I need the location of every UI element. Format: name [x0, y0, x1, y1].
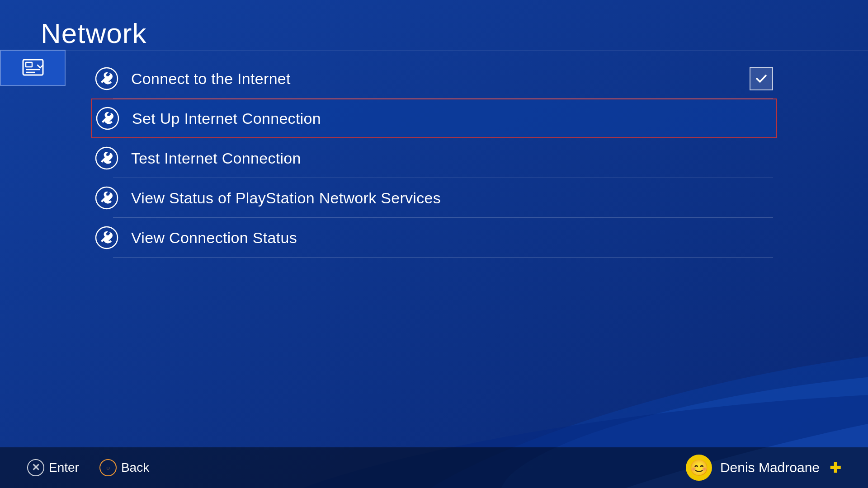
svg-rect-6	[26, 62, 32, 67]
bottom-controls: ✕ Enter ○ Back	[27, 459, 149, 476]
menu-item-setup-internet-label: Set Up Internet Connection	[132, 110, 321, 127]
enter-label: Enter	[49, 460, 79, 475]
wrench-icon-3	[95, 186, 118, 210]
menu-item-connection-status[interactable]: View Connection Status	[95, 218, 773, 258]
back-control: ○ Back	[99, 459, 149, 476]
o-button[interactable]: ○	[99, 459, 117, 476]
screenshot-icon	[0, 50, 66, 86]
menu-item-setup-internet[interactable]: Set Up Internet Connection	[91, 99, 777, 138]
menu-item-psn-status-label: View Status of PlayStation Network Servi…	[131, 189, 441, 207]
divider-4	[113, 257, 773, 258]
wrench-icon-1	[96, 107, 119, 130]
menu-item-connect-internet[interactable]: Connect to the Internet	[95, 59, 773, 99]
enter-control: ✕ Enter	[27, 459, 79, 476]
menu-item-test-internet[interactable]: Test Internet Connection	[95, 138, 773, 178]
user-info: 😊 Denis Madroane ✚	[686, 455, 841, 481]
menu-item-connect-internet-label: Connect to the Internet	[131, 70, 291, 88]
bottom-bar: ✕ Enter ○ Back 😊 Denis Madroane ✚	[0, 447, 868, 488]
plus-membership-icon: ✚	[830, 460, 841, 476]
wrench-icon-0	[95, 67, 118, 90]
back-label: Back	[121, 460, 149, 475]
wrench-icon-4	[95, 226, 118, 249]
user-name: Denis Madroane	[720, 460, 820, 475]
menu-item-connection-status-label: View Connection Status	[131, 229, 297, 247]
menu-item-test-internet-label: Test Internet Connection	[131, 150, 301, 167]
x-button[interactable]: ✕	[27, 459, 44, 476]
wrench-icon-2	[95, 146, 118, 170]
page-title: Network	[41, 17, 146, 49]
connect-internet-checkbox	[750, 67, 773, 90]
title-divider	[0, 51, 868, 51]
menu-item-psn-status[interactable]: View Status of PlayStation Network Servi…	[95, 178, 773, 218]
menu-container: Connect to the Internet Set Up Internet …	[95, 59, 773, 258]
screenshot-icon-svg	[21, 56, 45, 80]
user-avatar: 😊	[686, 455, 712, 481]
